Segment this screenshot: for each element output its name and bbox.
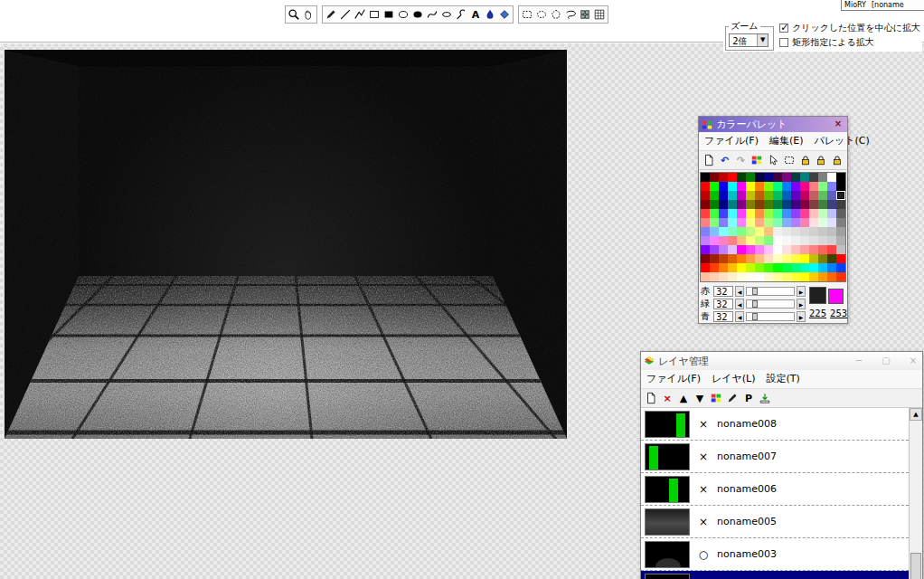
- palette-cell[interactable]: [809, 245, 818, 254]
- palette-redo-button[interactable]: ↷: [734, 153, 749, 167]
- layer-visibility-marker[interactable]: ×: [697, 483, 710, 496]
- palette-cell[interactable]: [710, 209, 719, 218]
- palette-cell[interactable]: [791, 182, 800, 191]
- palette-cell[interactable]: [737, 263, 746, 272]
- layer-row[interactable]: ○noname003: [641, 538, 909, 571]
- canvas[interactable]: [5, 50, 567, 439]
- palette-cell[interactable]: [809, 200, 818, 209]
- palette-cell[interactable]: [782, 218, 791, 227]
- palette-cell[interactable]: [737, 245, 746, 254]
- slider-right-icon[interactable]: ▶: [797, 286, 806, 297]
- text-tool-button[interactable]: A: [468, 7, 483, 22]
- filled-ellipse-tool-button[interactable]: [410, 7, 425, 22]
- palette-cell[interactable]: [827, 182, 836, 191]
- palette-menu-0[interactable]: ファイル(F): [704, 134, 759, 147]
- palette-cell[interactable]: [755, 209, 764, 218]
- palette-cell[interactable]: [773, 263, 782, 272]
- layer-row[interactable]: ×noname008: [641, 408, 909, 441]
- palette-cell[interactable]: [746, 182, 755, 191]
- palette-cell[interactable]: [728, 218, 737, 227]
- rect-tool-button[interactable]: [367, 7, 382, 22]
- palette-cell[interactable]: [818, 218, 827, 227]
- palette-menu-2[interactable]: パレット(C): [815, 134, 870, 147]
- palette-cell[interactable]: [737, 272, 746, 281]
- palette-cell[interactable]: [755, 272, 764, 281]
- palette-cell[interactable]: [818, 173, 827, 182]
- palette-cell[interactable]: [719, 191, 728, 200]
- palette-cell[interactable]: [746, 263, 755, 272]
- palette-cell[interactable]: [809, 263, 818, 272]
- closed-curve-tool-button[interactable]: [439, 7, 454, 22]
- palette-cell[interactable]: [791, 263, 800, 272]
- palette-cell[interactable]: [701, 254, 710, 263]
- palette-cell[interactable]: [818, 182, 827, 191]
- palette-cell[interactable]: [764, 254, 773, 263]
- palette-cell[interactable]: [719, 272, 728, 281]
- canvas-image[interactable]: [5, 50, 567, 439]
- layer-manager-titlebar[interactable]: レイヤ管理 ─ ▢ ×: [641, 352, 922, 370]
- layer-delete-button[interactable]: ×: [660, 391, 674, 405]
- stamp-tool-button[interactable]: [578, 7, 592, 22]
- palette-cell[interactable]: [746, 254, 755, 263]
- palette-cell[interactable]: [728, 254, 737, 263]
- tile-tool-button[interactable]: [592, 7, 607, 22]
- palette-cell[interactable]: [782, 263, 791, 272]
- palette-cell[interactable]: [764, 245, 773, 254]
- palette-cell[interactable]: [755, 254, 764, 263]
- palette-cell[interactable]: [773, 245, 782, 254]
- palette-cell[interactable]: [710, 236, 719, 245]
- palette-cell[interactable]: [827, 245, 836, 254]
- palette-cell[interactable]: [719, 245, 728, 254]
- palette-cell[interactable]: [809, 272, 818, 281]
- palette-cell[interactable]: [836, 209, 845, 218]
- slider-left-icon[interactable]: ◀: [735, 286, 744, 297]
- rgb-slider-thumb[interactable]: [752, 288, 758, 295]
- palette-cell[interactable]: [773, 209, 782, 218]
- ink-tool-button[interactable]: [483, 7, 497, 22]
- rgb-slider-track[interactable]: [746, 312, 795, 321]
- palette-cell[interactable]: [737, 254, 746, 263]
- curve-tool-button[interactable]: [425, 7, 439, 22]
- ellipse-tool-button[interactable]: [396, 7, 410, 22]
- palette-menu-1[interactable]: 編集(E): [769, 134, 804, 147]
- palette-cell[interactable]: [764, 218, 773, 227]
- palette-cell[interactable]: [701, 236, 710, 245]
- select-rect-tool-button[interactable]: [520, 7, 534, 22]
- palette-cell[interactable]: [782, 227, 791, 236]
- palette-cell[interactable]: [773, 272, 782, 281]
- palette-cell[interactable]: [791, 173, 800, 182]
- palette-cell[interactable]: [800, 263, 809, 272]
- chevron-down-icon[interactable]: ▼: [757, 34, 768, 46]
- palette-cell[interactable]: [737, 236, 746, 245]
- palette-cell[interactable]: [818, 245, 827, 254]
- palette-cell[interactable]: [728, 236, 737, 245]
- rgb-value-field[interactable]: 32: [713, 286, 733, 297]
- palette-cell[interactable]: [746, 200, 755, 209]
- palette-cell[interactable]: [737, 227, 746, 236]
- layer-visibility-marker[interactable]: ×: [697, 516, 710, 528]
- palette-cell[interactable]: [728, 182, 737, 191]
- palette-cell[interactable]: [827, 227, 836, 236]
- palette-cursor-button[interactable]: [766, 153, 780, 167]
- layer-visibility-marker[interactable]: ×: [697, 451, 710, 463]
- palette-cell[interactable]: [800, 218, 809, 227]
- palette-cell[interactable]: [746, 245, 755, 254]
- palette-cell[interactable]: [719, 200, 728, 209]
- palette-cell[interactable]: [791, 200, 800, 209]
- palette-cell[interactable]: [737, 218, 746, 227]
- palette-cell[interactable]: [836, 218, 845, 227]
- palette-cell[interactable]: [710, 272, 719, 281]
- palette-cell[interactable]: [764, 200, 773, 209]
- palette-cell[interactable]: [827, 254, 836, 263]
- palette-cell[interactable]: [782, 191, 791, 200]
- palette-cell[interactable]: [800, 245, 809, 254]
- palette-cell[interactable]: [710, 227, 719, 236]
- layer-row[interactable]: ×noname006: [641, 473, 909, 506]
- pen-tool-button[interactable]: [324, 7, 338, 22]
- layer-row[interactable]: ×noname007: [641, 441, 909, 473]
- palette-cell[interactable]: [836, 254, 845, 263]
- palette-cell[interactable]: [701, 173, 710, 182]
- palette-cell[interactable]: [836, 182, 845, 191]
- line-tool-button[interactable]: [338, 7, 353, 22]
- zoom-tool-button[interactable]: [287, 7, 301, 22]
